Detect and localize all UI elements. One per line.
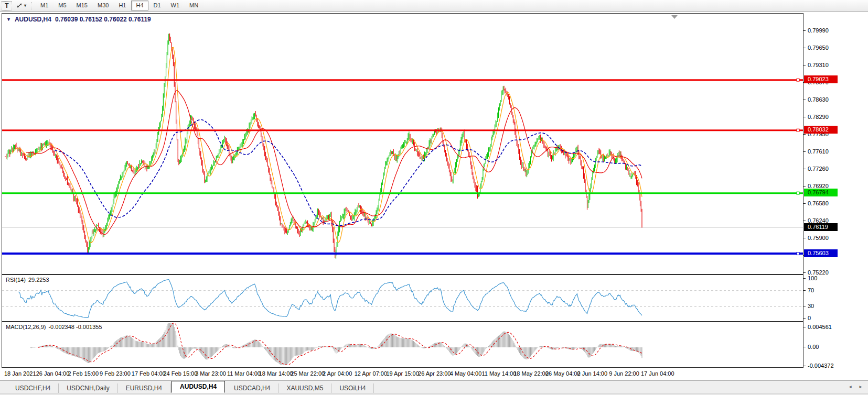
axis-tick [803, 134, 806, 135]
axis-tick [803, 65, 806, 65]
axis-tick [803, 221, 806, 221]
axis-tick [803, 30, 806, 31]
time-axis-label: 17 Feb 04:00 [132, 370, 166, 377]
time-axis-label: 4 May 04:00 [450, 370, 482, 377]
price-tag: 0.75603 [804, 249, 838, 257]
rsi-axis-label: 100 [808, 275, 817, 282]
chart-tab-usdcad-h4[interactable]: USDCAD,H4 [226, 383, 278, 393]
axis-tick [803, 327, 806, 327]
time-axis-label: 25 Mar 22:00 [291, 370, 325, 377]
axis-tick [803, 117, 806, 117]
chart-tab-usdcnh-daily[interactable]: USDCNH,Daily [59, 383, 117, 393]
rsi-value: 29.2253 [28, 277, 49, 283]
line-studies-button[interactable]: ▾ [14, 1, 28, 10]
axis-tick [803, 290, 806, 291]
time-axis-label: 2 Feb 15:00 [68, 370, 99, 377]
rsi-axis-label: 30 [808, 302, 814, 310]
chart-tab-eurusd-h4[interactable]: EURUSD,H4 [118, 383, 170, 393]
price-axis-label: 0.79310 [808, 61, 829, 69]
macd-label: MACD(12,26,9) -0.002348 -0.001355 [6, 324, 102, 330]
time-axis-label: 2 Jun 14:00 [577, 370, 608, 377]
macd-pane[interactable]: MACD(12,26,9) -0.002348 -0.001355 [2, 322, 803, 368]
axis-tick [803, 347, 806, 347]
macd-axis-label: 0.004561 [808, 323, 832, 331]
price-tag: 0.79023 [804, 75, 838, 83]
timeframe-button-m5[interactable]: M5 [53, 1, 71, 10]
status-strip [0, 393, 868, 395]
time-axis-label: 17 Jun 04:00 [641, 370, 674, 377]
price-axis-label: 0.79650 [808, 44, 829, 51]
dropdown-caret-icon: ▾ [24, 3, 26, 8]
price-axis-label: 0.76580 [808, 200, 829, 207]
chart-symbol-label: AUDUSD,H4 [15, 16, 51, 23]
axis-tick [803, 169, 806, 169]
timeframe-button-m15[interactable]: M15 [72, 1, 92, 10]
rsi-label: RSI(14) 29.2253 [6, 277, 49, 283]
line-end-handle [797, 253, 799, 255]
axis-tick [803, 318, 806, 319]
price-axis-label: 0.75900 [808, 234, 829, 242]
chart-tab-usoil-h4[interactable]: USOil,H4 [331, 383, 374, 393]
macd-canvas [2, 322, 803, 367]
chart-tab-usdchf-h4[interactable]: USDCHF,H4 [7, 383, 59, 393]
time-axis-label: 19 Apr 15:00 [386, 370, 419, 377]
timeframe-button-h1[interactable]: H1 [114, 1, 131, 10]
chart-tab-xauusd-m5[interactable]: XAUUSD,M5 [278, 383, 331, 393]
price-tag: 0.76119 [804, 223, 838, 231]
chart-tab-bar: USDCHF,H4USDCNH,DailyEURUSD,H4AUDUSD,H4U… [0, 380, 868, 393]
axis-tick [803, 151, 806, 152]
time-axis-label: 11 May 14:00 [482, 370, 517, 377]
text-tool-button[interactable]: T [2, 1, 12, 10]
rsi-pane[interactable]: RSI(14) 29.2253 [2, 275, 803, 322]
chart-shift-marker-icon [671, 15, 678, 19]
price-chart-canvas [2, 14, 803, 274]
top-toolbar: T ▾ M1M5M15M30H1H4D1W1MN [0, 0, 868, 12]
time-axis-label: 12 Apr 07:00 [355, 370, 387, 377]
macd-values: -0.002348 -0.001355 [48, 324, 102, 330]
price-axis-label: 0.77610 [808, 148, 829, 155]
macd-name: MACD(12,26,9) [6, 324, 46, 330]
tab-scroll-left-icon[interactable]: ◄ [848, 385, 852, 389]
time-axis: 18 Jan 202126 Jan 04:002 Feb 15:009 Feb … [0, 368, 805, 379]
rsi-axis-label: 70 [808, 287, 814, 294]
time-axis-label: 9 Jun 22:00 [609, 370, 639, 377]
axis-tick [803, 272, 806, 273]
axis-tick [803, 100, 806, 100]
timeframe-button-mn[interactable]: MN [185, 1, 203, 10]
price-axis-label: 0.77260 [808, 165, 829, 172]
timeframe-button-w1[interactable]: W1 [166, 1, 185, 10]
toolbar-separator [31, 2, 33, 9]
axis-tick [803, 366, 806, 366]
line-end-handle [797, 79, 799, 81]
main-chart-pane[interactable]: ▼ AUDUSD,H4 0.76039 0.76152 0.76022 0.76… [2, 13, 803, 275]
time-axis-label: 9 Feb 23:00 [100, 370, 131, 377]
tab-scroll-right-icon[interactable]: ► [859, 385, 863, 389]
axis-tick [803, 48, 806, 48]
moving-average-55-line [55, 119, 642, 225]
rsi-axis-label: 0 [808, 314, 811, 322]
price-axis-label: 0.78630 [808, 96, 829, 103]
bull-bars [7, 34, 634, 259]
time-axis-label: 24 Feb 15:00 [164, 370, 198, 377]
rsi-line [18, 280, 642, 318]
time-axis-label: 26 Jan 04:00 [36, 370, 70, 377]
macd-axis-label: -0.004372 [808, 362, 834, 369]
rsi-name: RSI(14) [6, 277, 26, 283]
chart-title: ▼ AUDUSD,H4 0.76039 0.76152 0.76022 0.76… [6, 16, 151, 23]
timeframe-button-h4[interactable]: H4 [131, 1, 148, 10]
axis-tick [803, 306, 806, 306]
price-tag: 0.76794 [804, 189, 838, 196]
timeframe-button-m30[interactable]: M30 [93, 1, 113, 10]
chart-tab-audusd-h4[interactable]: AUDUSD,H4 [172, 381, 225, 393]
timeframe-button-m1[interactable]: M1 [36, 1, 53, 10]
timeframe-button-d1[interactable]: D1 [149, 1, 166, 10]
time-axis-label: 2 Apr 04:00 [323, 370, 352, 377]
time-axis-label: 3 Mar 23:00 [195, 370, 226, 377]
time-axis-label: 26 May 04:00 [545, 370, 581, 377]
rsi-canvas [2, 275, 803, 321]
time-axis-label: 18 May 22:00 [513, 370, 549, 377]
tab-scroll-arrows: ◄ ► [848, 385, 863, 389]
time-axis-label: 18 Mar 14:00 [259, 370, 293, 377]
moving-average-24-line [26, 91, 642, 235]
time-axis-label: 18 Jan 2021 [4, 370, 36, 377]
